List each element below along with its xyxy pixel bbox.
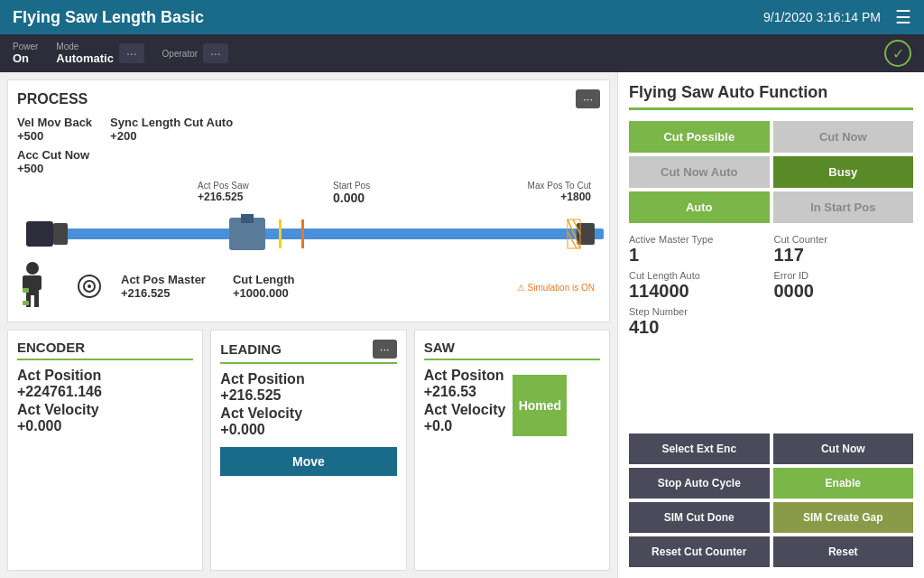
power-section: Power On (13, 42, 38, 65)
action-buttons: Select Ext Enc Cut Now Stop Auto Cycle E… (629, 434, 913, 567)
toolbar: Power On Mode Automatic ··· Operator ···… (0, 34, 924, 72)
svg-rect-18 (23, 301, 29, 305)
svg-point-12 (26, 262, 39, 275)
leading-title: LEADING ··· (220, 340, 396, 364)
active-master-type: Active Master Type 1 (629, 234, 769, 265)
process-title: PROCESS (17, 91, 88, 107)
bottom-panels: ENCODER Act Position +224761.146 Act Vel… (7, 330, 610, 571)
mode-dots-button[interactable]: ··· (119, 43, 144, 63)
in-start-pos-button[interactable]: In Start Pos (773, 191, 914, 223)
homed-badge: Homed (513, 375, 567, 436)
leading-panel: LEADING ··· Act Position +216.525 Act Ve… (210, 330, 406, 571)
encoder-act-pos: Act Position +224761.146 (17, 368, 193, 400)
svg-rect-17 (34, 294, 39, 307)
status-check-icon: ✓ (884, 40, 911, 67)
mode-group: Mode Automatic ··· (56, 42, 143, 65)
right-panel: Flying Saw Auto Function Cut Possible Cu… (617, 72, 924, 578)
main-layout: PROCESS ··· Vel Mov Back +500 Sync Lengt… (0, 72, 924, 578)
info-grid: Active Master Type 1 Cut Counter 117 Cut… (629, 234, 913, 337)
act-pos-saw-label: Act Pos Saw +216.525 (198, 181, 249, 203)
cut-now-top-button[interactable]: Cut Now (773, 121, 914, 153)
operator-group: Operator ··· (162, 43, 228, 63)
header-right: 9/1/2020 3:16:14 PM ☰ (763, 6, 911, 28)
leading-dots-button[interactable]: ··· (373, 340, 397, 359)
person-icon (17, 261, 49, 311)
svg-rect-3 (577, 223, 595, 245)
svg-rect-2 (53, 223, 68, 245)
encoder-act-vel: Act Velocity +0.000 (17, 402, 193, 434)
function-buttons: Cut Possible Cut Now Cut Now Auto Busy A… (629, 121, 913, 223)
process-values: Vel Mov Back +500 Sync Length Cut Auto +… (17, 116, 600, 143)
power-label: Power (13, 42, 38, 51)
svg-rect-19 (23, 288, 29, 293)
process-diagram: Act Pos Saw +216.525 Start Pos 0.000 Max… (17, 181, 600, 257)
target-icon (76, 273, 103, 300)
cut-now-auto-button[interactable]: Cut Now Auto (629, 156, 770, 188)
leading-act-vel: Act Velocity +0.000 (220, 406, 396, 438)
error-id: Error ID 0000 (774, 270, 914, 301)
saw-title: SAW (424, 340, 600, 360)
svg-rect-1 (26, 221, 53, 247)
mode-value: Automatic (56, 51, 114, 65)
svg-point-22 (88, 284, 91, 288)
cut-length: Cut Length +1000.000 (233, 273, 295, 300)
saw-values: Act Positon +216.53 Act Velocity +0.0 (424, 368, 506, 436)
cut-now-action-button[interactable]: Cut Now (773, 434, 914, 464)
saw-content: Act Positon +216.53 Act Velocity +0.0 Ho… (424, 368, 600, 436)
move-button[interactable]: Move (220, 447, 396, 476)
enable-button[interactable]: Enable (773, 468, 914, 499)
busy-button[interactable]: Busy (773, 156, 914, 188)
operator-label: Operator (162, 49, 198, 59)
left-panel: PROCESS ··· Vel Mov Back +500 Sync Lengt… (0, 72, 617, 578)
auto-button[interactable]: Auto (629, 191, 770, 223)
person-icons-group (76, 273, 103, 300)
max-pos-label: Max Pos To Cut +1800 (528, 181, 591, 203)
saw-act-pos: Act Positon +216.53 (424, 368, 506, 400)
cut-possible-button[interactable]: Cut Possible (629, 121, 770, 153)
step-number: Step Number 410 (629, 306, 769, 337)
track-svg (17, 212, 613, 257)
datetime: 9/1/2020 3:16:14 PM (763, 10, 881, 24)
cut-counter: Cut Counter 117 (774, 234, 914, 265)
process-dots-button[interactable]: ··· (576, 89, 600, 108)
reset-button[interactable]: Reset (773, 536, 914, 567)
sync-length: Sync Length Cut Auto +200 (110, 116, 233, 143)
vel-mov-back: Vel Mov Back +500 (17, 116, 92, 143)
svg-rect-14 (23, 275, 28, 290)
cut-length-auto: Cut Length Auto 114000 (629, 270, 769, 301)
stop-auto-cycle-button[interactable]: Stop Auto Cycle (629, 468, 770, 499)
reset-cut-counter-button[interactable]: Reset Cut Counter (629, 536, 770, 567)
svg-rect-15 (36, 275, 42, 290)
operator-section: Operator (162, 49, 198, 59)
select-ext-enc-button[interactable]: Select Ext Enc (629, 434, 770, 464)
saw-panel: SAW Act Positon +216.53 Act Velocity +0.… (414, 330, 610, 571)
sim-warning: ⚠ Simulation is ON (512, 278, 600, 294)
process-header: PROCESS ··· (17, 89, 600, 108)
mode-section: Mode Automatic (56, 42, 114, 65)
header: Flying Saw Length Basic 9/1/2020 3:16:14… (0, 0, 924, 34)
menu-icon[interactable]: ☰ (895, 6, 911, 28)
leading-act-pos: Act Position +216.525 (220, 371, 396, 404)
power-value: On (13, 51, 38, 65)
svg-rect-5 (241, 214, 254, 223)
app-title: Flying Saw Length Basic (13, 8, 204, 27)
svg-rect-6 (279, 219, 282, 248)
sim-create-gap-button[interactable]: SIM Create Gap (773, 502, 914, 533)
saw-act-vel: Act Velocity +0.0 (424, 402, 506, 434)
mode-label: Mode (56, 42, 114, 51)
flying-saw-title: Flying Saw Auto Function (629, 83, 913, 110)
svg-rect-7 (301, 219, 304, 248)
process-section: PROCESS ··· Vel Mov Back +500 Sync Lengt… (7, 79, 610, 322)
sim-cut-done-button[interactable]: SIM Cut Done (629, 502, 770, 533)
bottom-process-row: Act Pos Master +216.525 Cut Length +1000… (17, 259, 600, 312)
encoder-panel: ENCODER Act Position +224761.146 Act Vel… (7, 330, 203, 571)
power-group: Power On (13, 42, 38, 65)
operator-dots-button[interactable]: ··· (203, 43, 228, 63)
svg-rect-0 (26, 228, 604, 239)
start-pos-label: Start Pos 0.000 (333, 181, 370, 205)
act-pos-master: Act Pos Master +216.525 (121, 273, 206, 300)
process-values-2: Acc Cut Now +500 (17, 148, 600, 175)
acc-cut: Acc Cut Now +500 (17, 148, 89, 175)
encoder-title: ENCODER (17, 340, 193, 360)
